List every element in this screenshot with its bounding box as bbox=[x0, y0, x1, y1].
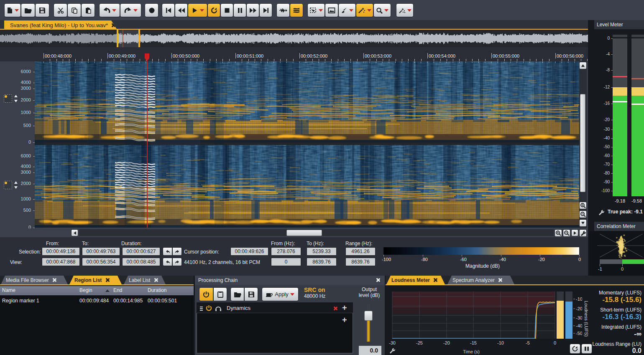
svg-text:-30: -30 bbox=[576, 315, 582, 320]
svg-text:-40: -40 bbox=[576, 323, 582, 328]
svg-text:-25: -25 bbox=[416, 340, 423, 345]
svg-text:-10: -10 bbox=[497, 340, 504, 345]
svg-text:0: 0 bbox=[554, 340, 556, 345]
svg-text:-15: -15 bbox=[470, 340, 477, 345]
svg-text:-20: -20 bbox=[576, 306, 582, 311]
svg-text:-10: -10 bbox=[576, 297, 582, 302]
svg-text:-5: -5 bbox=[526, 340, 530, 345]
svg-text:-30: -30 bbox=[389, 340, 396, 345]
svg-text:Time (s): Time (s) bbox=[463, 349, 480, 354]
svg-text:-20: -20 bbox=[443, 340, 450, 345]
svg-text:-50: -50 bbox=[576, 331, 582, 336]
